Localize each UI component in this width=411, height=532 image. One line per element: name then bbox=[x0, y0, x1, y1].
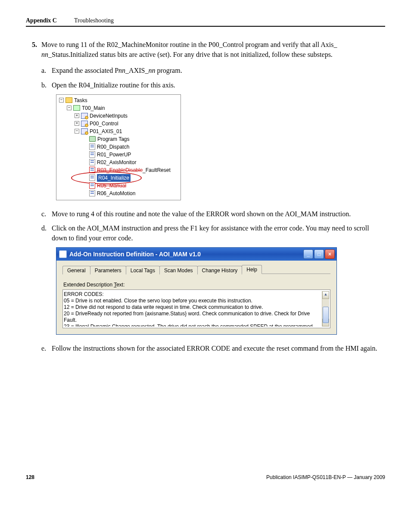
substep-d: d. Click on the AOI_MAM instruction and … bbox=[41, 223, 385, 243]
page-number: 128 bbox=[26, 474, 34, 480]
extended-description-label: Extended Description Text: bbox=[63, 282, 330, 288]
tab-change-history[interactable]: Change History bbox=[197, 266, 243, 274]
close-button[interactable]: × bbox=[325, 249, 335, 259]
tab-local-tags[interactable]: Local Tags bbox=[126, 266, 160, 274]
expander-icon[interactable]: − bbox=[75, 129, 79, 134]
aoi-body: General Parameters Local Tags Scan Modes… bbox=[56, 261, 336, 334]
substep-c: c. Move to rung 4 of this routine and no… bbox=[41, 209, 385, 219]
substep-b: b. Open the R04_Initialize routine for t… bbox=[41, 80, 385, 90]
substep-e: e. Follow the instructions shown for the… bbox=[41, 343, 385, 353]
expander-icon[interactable]: − bbox=[67, 106, 72, 110]
tree-devnet[interactable]: + DeviceNetInputs bbox=[58, 112, 179, 120]
routine-icon bbox=[89, 182, 95, 189]
tree-t00-label: T00_Main bbox=[82, 104, 105, 112]
substep-a-body: Expand the associated Pnn_AXIS_nn progra… bbox=[52, 65, 385, 75]
tree-r06-label: R06_AutoMotion bbox=[97, 190, 135, 197]
tree-r02-label: R02_AxisMonitor bbox=[97, 159, 136, 166]
tree-p01[interactable]: − P01_AXIS_01 bbox=[58, 128, 179, 135]
appendix-label: Appendix C bbox=[26, 17, 57, 24]
aoi-app-icon bbox=[59, 250, 67, 258]
close-icon: × bbox=[328, 251, 331, 257]
tree-r00[interactable]: R00_Dispatch bbox=[58, 143, 179, 151]
program-icon bbox=[81, 121, 88, 127]
step-number: 5. bbox=[26, 40, 37, 59]
error-code-23: 23 = Illegal Dynamic Change requested. T… bbox=[64, 324, 321, 327]
tree-r05-label: R05_Manual bbox=[97, 182, 126, 190]
substep-e-body: Follow the instructions shown for the as… bbox=[52, 343, 385, 353]
routine-icon bbox=[89, 167, 95, 173]
substep-d-letter: d. bbox=[41, 223, 52, 243]
minimize-button[interactable]: _ bbox=[303, 249, 313, 259]
error-code-20: 20 = DriveReady not reported from {axisn… bbox=[64, 311, 321, 324]
tree-r05[interactable]: R05_Manual bbox=[58, 182, 179, 190]
tree-tasks[interactable]: − Tasks bbox=[58, 96, 179, 104]
appendix-title: Troubleshooting bbox=[74, 17, 114, 24]
aoi-definition-window: Add-On Instruction Definition - AOI_MAM … bbox=[56, 247, 337, 335]
tags-icon bbox=[89, 136, 96, 142]
substep-a-letter: a. bbox=[41, 65, 52, 75]
tree-ptags-label: Program Tags bbox=[97, 135, 129, 143]
folder-icon bbox=[65, 97, 72, 103]
tab-parameters[interactable]: Parameters bbox=[90, 266, 126, 274]
tree-r03[interactable]: R03_EnableDisable_FaultReset bbox=[58, 166, 179, 174]
chevron-up-icon: ▲ bbox=[324, 292, 328, 296]
tree-r01[interactable]: R01_PowerUP bbox=[58, 151, 179, 159]
maximize-icon: □ bbox=[318, 251, 321, 257]
tree-r06[interactable]: R06_AutoMotion bbox=[58, 190, 179, 197]
routine-icon bbox=[89, 190, 95, 196]
step-body: Move to rung 11 of the R02_MachineMonito… bbox=[41, 40, 385, 59]
substep-b-body: Open the R04_Initialize routine for this… bbox=[52, 80, 385, 90]
substep-a-nn2: nn bbox=[148, 67, 155, 74]
maximize-button[interactable]: □ bbox=[314, 249, 324, 259]
substep-a-post1: _AXIS_ bbox=[125, 67, 148, 74]
step5-text-c: _Status.Initialized status bits are acti… bbox=[48, 51, 333, 58]
error-code-05: 05 = Drive is not enabled. Close the ser… bbox=[64, 298, 321, 304]
page-footer: 128 Publication IASIMP-QS011B-EN-P — Jan… bbox=[26, 474, 385, 480]
tree-p00[interactable]: + P00_Control bbox=[58, 120, 179, 128]
page-header: Appendix C Troubleshooting bbox=[26, 17, 385, 27]
program-icon bbox=[81, 113, 88, 119]
tree-r03a-label: R03_EnableDisable bbox=[97, 166, 143, 174]
substep-c-letter: c. bbox=[41, 209, 52, 219]
tab-help[interactable]: Help bbox=[242, 265, 262, 274]
aoi-titlebar[interactable]: Add-On Instruction Definition - AOI_MAM … bbox=[56, 248, 336, 261]
vertical-scrollbar[interactable]: ▲ ▼ bbox=[322, 291, 329, 327]
scroll-thumb[interactable] bbox=[323, 307, 329, 323]
routine-icon bbox=[89, 159, 95, 165]
tree-r04[interactable]: R04_Initialize bbox=[58, 174, 179, 182]
expander-icon[interactable]: − bbox=[59, 98, 64, 103]
substep-a: a. Expand the associated Pnn_AXIS_nn pro… bbox=[41, 65, 385, 75]
tree-ptags[interactable]: Program Tags bbox=[58, 135, 179, 143]
substep-d-body: Click on the AOI_MAM instruction and pre… bbox=[52, 223, 385, 243]
window-buttons: _ □ × bbox=[303, 249, 335, 259]
expander-icon[interactable]: + bbox=[75, 113, 79, 118]
expander-icon[interactable]: + bbox=[75, 121, 79, 126]
tab-scan-modes[interactable]: Scan Modes bbox=[159, 266, 198, 274]
routine-icon bbox=[89, 174, 95, 181]
minimize-icon: _ bbox=[307, 251, 310, 257]
tree-t00[interactable]: − T00_Main bbox=[58, 104, 179, 112]
step5-text-a: Move to rung 11 of the R02_MachineMonito… bbox=[41, 41, 337, 48]
tree-r03b-label: _FaultReset bbox=[143, 166, 171, 174]
substep-a-nn1: nn bbox=[118, 67, 125, 74]
substep-b-letter: b. bbox=[41, 80, 52, 90]
tab-general[interactable]: General bbox=[62, 266, 90, 274]
publication-info: Publication IASIMP-QS011B-EN-P — January… bbox=[266, 474, 385, 480]
scroll-track[interactable] bbox=[322, 299, 329, 319]
tree-devnet-label: DeviceNetInputs bbox=[90, 112, 128, 120]
scroll-up-button[interactable]: ▲ bbox=[322, 291, 329, 299]
aoi-window-title: Add-On Instruction Definition - AOI_MAM … bbox=[69, 251, 303, 258]
error-codes-header: ERROR CODES: bbox=[64, 291, 321, 298]
substep-a-pre: Expand the associated P bbox=[52, 67, 118, 74]
tree-r02[interactable]: R02_AxisMonitor bbox=[58, 159, 179, 166]
tree-p00-label: P00_Control bbox=[90, 120, 118, 128]
substep-a-post2: program. bbox=[155, 67, 182, 74]
extended-description-content: ERROR CODES: 05 = Drive is not enabled. … bbox=[64, 291, 322, 327]
step-5: 5. Move to rung 11 of the R02_MachineMon… bbox=[26, 40, 385, 59]
extended-description-textarea[interactable]: ERROR CODES: 05 = Drive is not enabled. … bbox=[62, 289, 330, 328]
tree-r04-label: R04_Initialize bbox=[97, 174, 131, 182]
error-code-12: 12 = Drive did not respond to data write… bbox=[64, 304, 321, 311]
ext-label-pre: Extended Description bbox=[63, 282, 114, 288]
tree-p01-label: P01_AXIS_01 bbox=[90, 128, 122, 135]
routine-icon bbox=[89, 151, 95, 158]
